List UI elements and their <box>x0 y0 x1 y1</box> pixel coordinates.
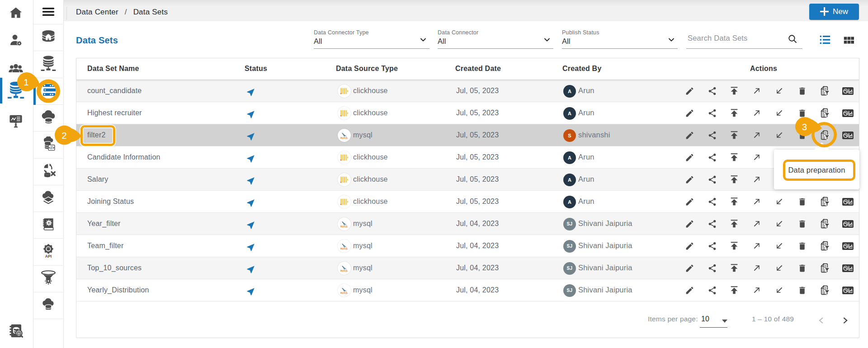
svg-text:MySQL: MySQL <box>340 269 348 272</box>
svg-text:MySQL: MySQL <box>340 225 348 228</box>
svg-text:MySQL: MySQL <box>340 136 348 139</box>
svg-text:API: API <box>45 254 52 259</box>
svg-text:MySQL: MySQL <box>340 292 348 294</box>
svg-text:MySQL: MySQL <box>340 247 348 250</box>
svg-text:</>: </> <box>48 146 54 150</box>
